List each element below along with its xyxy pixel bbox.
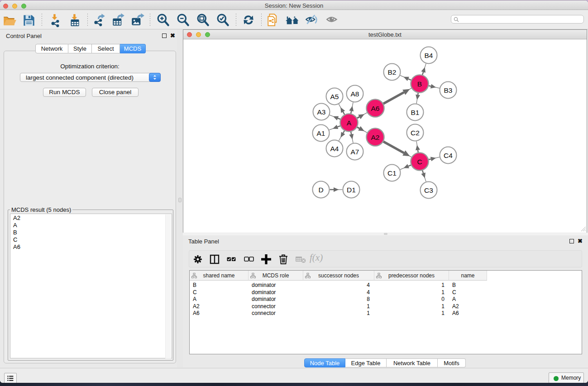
edge-B-B3[interactable] bbox=[429, 86, 431, 86]
result-item[interactable]: B bbox=[10, 229, 172, 236]
table-cell[interactable]: 1 bbox=[306, 303, 370, 310]
tab-network-table[interactable]: Network Table bbox=[387, 358, 438, 367]
table-cell[interactable]: connector bbox=[252, 303, 299, 310]
zoom-in-icon[interactable] bbox=[156, 13, 171, 27]
tab-style[interactable]: Style bbox=[68, 44, 92, 53]
edge-C-C2[interactable] bbox=[418, 150, 418, 152]
vertical-splitter-handle[interactable] bbox=[178, 198, 182, 202]
checked-boxes-icon[interactable] bbox=[225, 253, 238, 266]
save-session-icon[interactable] bbox=[21, 13, 37, 27]
search-input[interactable] bbox=[451, 15, 584, 24]
edge-A-A8[interactable] bbox=[351, 111, 351, 114]
tab-node-table[interactable]: Node Table bbox=[304, 358, 345, 367]
table-cell[interactable]: dominator bbox=[252, 289, 299, 296]
result-item[interactable]: A2 bbox=[10, 214, 172, 221]
table-cell[interactable]: A6 bbox=[193, 310, 244, 317]
edge-A-A1[interactable] bbox=[338, 126, 340, 127]
table-cell[interactable]: A2 bbox=[193, 303, 244, 310]
column-header-predecessor-nodes[interactable]: predecessor nodes bbox=[374, 271, 449, 281]
table-cell[interactable]: C bbox=[452, 289, 483, 296]
unchecked-boxes-icon[interactable] bbox=[242, 253, 256, 266]
close-panel-icon[interactable]: ✖ bbox=[170, 33, 175, 38]
import-table-icon[interactable] bbox=[67, 13, 82, 27]
delete-table-icon[interactable] bbox=[294, 253, 307, 266]
edge-A-A5[interactable] bbox=[343, 112, 344, 114]
edge-B-B1[interactable] bbox=[418, 93, 418, 95]
tab-select[interactable]: Select bbox=[92, 44, 120, 53]
edge-A-A7[interactable] bbox=[351, 132, 351, 134]
edge-A-A3[interactable] bbox=[338, 118, 340, 119]
column-header-successor-nodes[interactable]: successor nodes bbox=[303, 271, 374, 281]
table-cell[interactable]: connector bbox=[252, 310, 299, 317]
edge-A-A4[interactable] bbox=[343, 131, 344, 133]
table-cell[interactable]: B bbox=[193, 281, 244, 289]
table-cell[interactable]: 8 bbox=[306, 295, 370, 303]
clone-network-icon[interactable] bbox=[266, 13, 282, 27]
split-columns-icon[interactable] bbox=[208, 253, 221, 266]
table-cell[interactable]: 1 bbox=[306, 310, 370, 317]
first-neighbors-icon[interactable] bbox=[285, 13, 301, 27]
column-header-name[interactable]: name bbox=[449, 271, 487, 281]
table-close-panel-icon[interactable]: ✖ bbox=[578, 239, 583, 243]
tab-network[interactable]: Network bbox=[35, 44, 68, 53]
tab-mcds[interactable]: MCDS bbox=[120, 44, 146, 53]
column-header-MCDS-role[interactable]: MCDS role bbox=[249, 271, 303, 281]
close-panel-button[interactable]: Close panel bbox=[92, 88, 139, 97]
memory-button[interactable]: Memory bbox=[549, 372, 584, 383]
float-panel-icon[interactable] bbox=[162, 33, 167, 38]
column-header-shared-name[interactable]: shared name bbox=[190, 271, 249, 281]
import-network-icon[interactable] bbox=[47, 13, 62, 27]
resize-grip-icon[interactable] bbox=[580, 225, 586, 232]
hide-selected-icon[interactable] bbox=[305, 13, 320, 27]
refresh-icon[interactable] bbox=[241, 13, 256, 27]
edge-A6-B[interactable] bbox=[383, 92, 404, 104]
edge-A2-C[interactable] bbox=[383, 142, 404, 153]
table-cell[interactable]: 0 bbox=[378, 295, 445, 303]
zoom-fit-icon[interactable] bbox=[196, 13, 211, 27]
criterion-select[interactable]: largest connected component (directed) bbox=[20, 73, 161, 82]
table-cell[interactable]: B bbox=[452, 281, 483, 289]
zoom-selected-icon[interactable] bbox=[215, 13, 231, 27]
table-cell[interactable]: dominator bbox=[252, 295, 299, 303]
table-cell[interactable]: dominator bbox=[252, 281, 299, 289]
export-network-icon[interactable] bbox=[91, 13, 107, 27]
gear-icon[interactable] bbox=[191, 253, 205, 266]
edge-C-C1[interactable] bbox=[408, 165, 411, 166]
edge-C-C4[interactable] bbox=[429, 159, 431, 159]
table-cell[interactable]: A6 bbox=[452, 310, 483, 317]
edge-A-A2[interactable] bbox=[357, 127, 359, 129]
table-cell[interactable]: A bbox=[452, 295, 483, 303]
table-cell[interactable]: 1 bbox=[378, 303, 445, 310]
table-cell[interactable]: 1 bbox=[378, 310, 445, 317]
zoom-out-icon[interactable] bbox=[176, 13, 191, 27]
horizontal-splitter-handle[interactable] bbox=[384, 233, 387, 235]
plus-icon[interactable] bbox=[259, 253, 273, 266]
table-cell[interactable]: A2 bbox=[452, 303, 483, 310]
edge-B-B2[interactable] bbox=[408, 79, 411, 80]
trash-icon[interactable] bbox=[277, 253, 290, 266]
table-cell[interactable]: 4 bbox=[306, 289, 370, 296]
tab-motifs[interactable]: Motifs bbox=[438, 358, 466, 367]
edge-A-A6[interactable] bbox=[357, 117, 359, 118]
table-cell[interactable]: 1 bbox=[378, 289, 445, 296]
table-cell[interactable]: 4 bbox=[306, 281, 370, 289]
table-cell[interactable]: C bbox=[193, 289, 244, 296]
result-item[interactable]: A bbox=[10, 221, 172, 229]
edge-B-B4[interactable] bbox=[422, 72, 423, 75]
result-item[interactable]: A6 bbox=[10, 243, 172, 250]
open-session-icon[interactable] bbox=[2, 13, 17, 27]
table-cell[interactable]: 1 bbox=[378, 281, 445, 289]
tab-edge-table[interactable]: Edge Table bbox=[345, 358, 387, 367]
export-table-icon[interactable] bbox=[110, 13, 126, 27]
run-mcds-button[interactable]: Run MCDS bbox=[43, 88, 86, 97]
table-float-panel-icon[interactable] bbox=[569, 239, 574, 243]
edge-C-C3[interactable] bbox=[422, 171, 423, 173]
vertical-splitter[interactable] bbox=[177, 30, 183, 368]
show-all-icon[interactable] bbox=[325, 13, 340, 27]
result-scrollbar[interactable] bbox=[165, 214, 171, 358]
export-image-icon[interactable] bbox=[130, 13, 145, 27]
network-canvas[interactable]: B4B2BB3A8A5A6A3B1AC2A1A2A4A7C4CC1C3DD1 bbox=[183, 40, 587, 233]
task-history-button[interactable] bbox=[4, 373, 17, 383]
mcds-result-list[interactable]: A2ABCA6 bbox=[10, 214, 172, 358]
result-item[interactable]: C bbox=[10, 236, 172, 243]
